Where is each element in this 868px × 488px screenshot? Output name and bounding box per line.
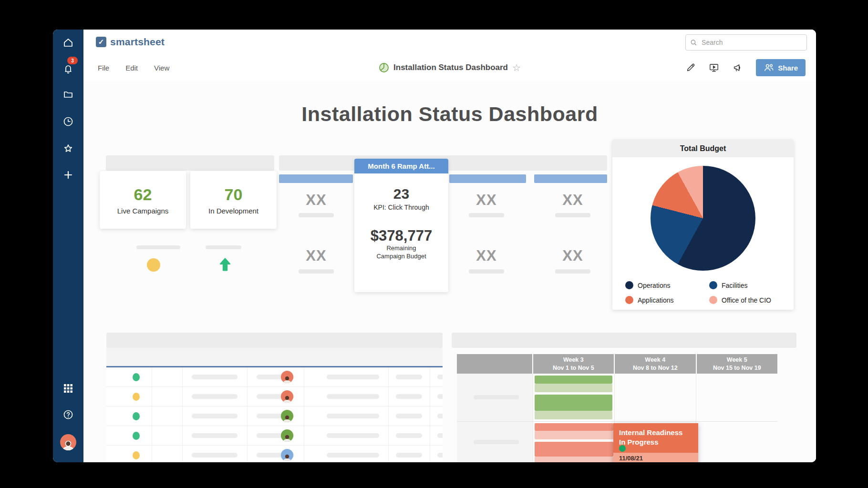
kpi-value: 23 bbox=[393, 186, 409, 202]
sidebar-item-home[interactable] bbox=[53, 33, 83, 52]
placeholder-bar bbox=[396, 414, 422, 418]
placeholder-xx: XX bbox=[288, 247, 345, 264]
smartsheet-logo[interactable]: ✓ smartsheet bbox=[96, 36, 165, 48]
status-dot bbox=[133, 373, 140, 381]
sidebar-item-account[interactable] bbox=[53, 433, 83, 452]
gantt-tooltip: Internal Readiness In Progress 11/08/21 bbox=[613, 423, 698, 462]
week-name: Week 5 bbox=[697, 356, 777, 364]
gantt-bar-green bbox=[535, 376, 612, 384]
widget-header-placeholder bbox=[106, 155, 274, 171]
legend-swatch bbox=[625, 296, 633, 304]
column-divider bbox=[247, 367, 248, 386]
placeholder-bar bbox=[396, 394, 422, 399]
column-divider bbox=[304, 446, 304, 462]
status-dot bbox=[133, 451, 140, 459]
search-box[interactable] bbox=[685, 34, 807, 51]
sidebar-item-create[interactable] bbox=[53, 165, 83, 184]
column-divider bbox=[430, 426, 430, 445]
toolbar-actions: Share bbox=[685, 54, 806, 81]
bell-icon bbox=[62, 63, 74, 75]
column-divider bbox=[182, 426, 183, 445]
favorite-star-icon[interactable]: ☆ bbox=[512, 63, 521, 72]
legend-item: Facilities bbox=[709, 281, 747, 289]
share-people-icon bbox=[764, 63, 774, 72]
column-divider bbox=[247, 446, 248, 462]
metric-value: 62 bbox=[134, 185, 152, 204]
tooltip-line1: Internal Readiness bbox=[619, 428, 698, 437]
placeholder-xx: XX bbox=[544, 192, 601, 209]
kpi-card-body: 23 KPI: Click Through $378,777 Remaining… bbox=[354, 173, 448, 292]
row-avatar bbox=[281, 410, 293, 422]
placeholder-xx: XX bbox=[544, 247, 601, 264]
doc-title: Installation Status Dashboard bbox=[393, 63, 508, 72]
column-divider bbox=[152, 367, 152, 386]
placeholder-bar bbox=[327, 414, 379, 418]
smartsheet-logo-icon: ✓ bbox=[96, 37, 106, 47]
week-name: Week 4 bbox=[615, 356, 695, 364]
placeholder-underline bbox=[299, 213, 334, 217]
present-monitor-icon[interactable] bbox=[708, 62, 720, 73]
placeholder-bar bbox=[437, 394, 443, 399]
column-divider bbox=[430, 407, 430, 426]
week-range: Nov 1 to Nov 5 bbox=[533, 364, 614, 372]
placeholder-bar bbox=[474, 395, 519, 399]
user-avatar bbox=[60, 434, 76, 450]
metric-label: Live Campaigns bbox=[117, 207, 169, 215]
search-input[interactable] bbox=[701, 38, 802, 47]
placeholder-chart-bar bbox=[534, 174, 607, 183]
placeholder-bar bbox=[327, 433, 379, 438]
tooltip-status-dot bbox=[619, 445, 626, 452]
column-divider bbox=[430, 446, 430, 462]
edit-pencil-icon[interactable] bbox=[685, 62, 696, 73]
status-dot bbox=[133, 432, 140, 440]
announce-megaphone-icon[interactable] bbox=[732, 62, 744, 73]
kpi-budget-label-line2: Campaign Budget bbox=[376, 253, 426, 261]
column-divider bbox=[304, 407, 304, 426]
sidebar-item-favorites[interactable] bbox=[53, 139, 83, 158]
column-divider bbox=[182, 367, 183, 386]
table-row bbox=[106, 367, 443, 387]
placeholder-bar bbox=[327, 394, 379, 399]
sidebar-item-browse[interactable] bbox=[53, 85, 83, 104]
gantt-label-column bbox=[457, 374, 533, 462]
gantt-bar-coral-light bbox=[535, 431, 613, 439]
column-divider bbox=[152, 407, 152, 426]
toolbar: File Edit View Installation Status Dashb… bbox=[83, 54, 816, 81]
legend-item: Office of the CIO bbox=[709, 296, 771, 304]
smartsheet-logo-text: smartsheet bbox=[110, 36, 165, 48]
placeholder-bar bbox=[206, 245, 241, 249]
kpi-budget-value: $378,777 bbox=[371, 227, 432, 244]
week-range: Nov 8 to Nov 12 bbox=[615, 364, 695, 372]
column-divider bbox=[388, 407, 389, 426]
help-icon bbox=[62, 409, 74, 420]
dashboard-title: Installation Status Dashboard bbox=[83, 102, 816, 126]
gantt-week4-header: Week 4 Nov 8 to Nov 12 bbox=[615, 354, 696, 374]
total-budget-pie-chart bbox=[651, 166, 755, 271]
status-dot bbox=[133, 393, 140, 401]
metric-value: 70 bbox=[225, 185, 243, 204]
folder-icon bbox=[62, 89, 74, 100]
metric-card-live-campaigns: 62 Live Campaigns bbox=[100, 171, 186, 229]
legend-item: Applications bbox=[625, 296, 674, 304]
gantt-bar-coral bbox=[535, 442, 613, 457]
sidebar-item-recents[interactable] bbox=[53, 112, 83, 131]
column-divider bbox=[304, 387, 304, 406]
column-divider bbox=[247, 387, 248, 406]
row-avatar bbox=[281, 449, 293, 461]
placeholder-bar bbox=[192, 375, 238, 379]
status-table bbox=[106, 367, 443, 462]
kpi-card-month6-ramp: Month 6 Ramp Att... 23 KPI: Click Throug… bbox=[354, 159, 448, 292]
legend-label: Applications bbox=[638, 296, 674, 304]
metric-card-in-development: 70 In Development bbox=[190, 171, 277, 229]
gantt-label-column-header bbox=[457, 354, 533, 374]
placeholder-underline bbox=[469, 269, 504, 274]
gantt-calendar: Week 3 Nov 1 to Nov 5 Week 4 Nov 8 to No… bbox=[457, 354, 777, 462]
sidebar-item-apps[interactable] bbox=[53, 379, 83, 398]
content-area: ✓ smartsheet File Edit View Installation… bbox=[83, 30, 816, 462]
sidebar-item-help[interactable] bbox=[53, 405, 83, 424]
placeholder-chart-bar bbox=[279, 174, 353, 183]
home-icon bbox=[62, 37, 74, 49]
share-button[interactable]: Share bbox=[756, 59, 806, 76]
sidebar-item-notifications[interactable]: 3 bbox=[53, 60, 83, 79]
legend-item: Operations bbox=[625, 281, 670, 289]
